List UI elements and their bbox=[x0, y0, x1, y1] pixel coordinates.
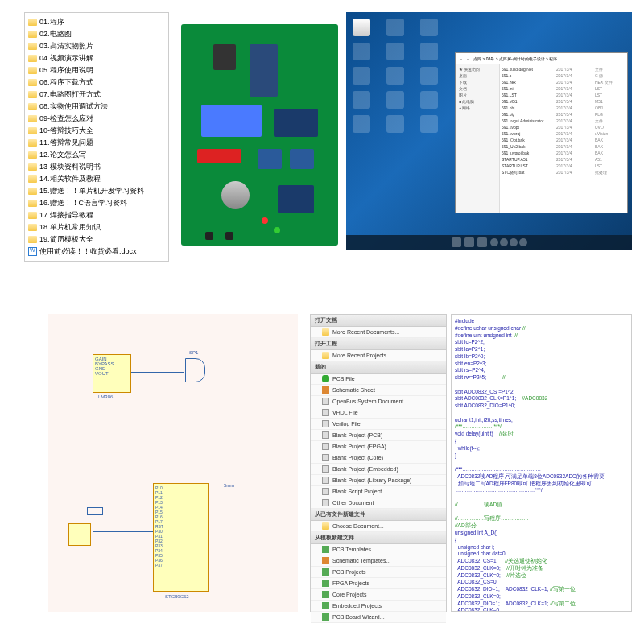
menu-item[interactable]: PCB Board Wizard... bbox=[311, 612, 446, 623]
menu-item[interactable]: VHDL File bbox=[311, 407, 446, 419]
file-row[interactable]: 591.plg2017/3/4PLG bbox=[502, 111, 625, 118]
folder-item[interactable]: 18.单片机常用知识 bbox=[28, 221, 165, 233]
menu-item[interactable]: Choose Document... bbox=[311, 521, 446, 532]
menu-item[interactable]: PCB File bbox=[311, 374, 446, 385]
sidebar-item[interactable]: 文档 bbox=[457, 85, 497, 92]
media-stop-icon[interactable] bbox=[519, 238, 527, 246]
folder-item[interactable]: 15.赠送！！单片机开发学习资料 bbox=[28, 185, 165, 197]
blank-icon bbox=[322, 420, 329, 427]
folder-item[interactable]: 13-模块资料说明书 bbox=[28, 161, 165, 173]
recycle-bin-icon[interactable] bbox=[353, 19, 370, 36]
desktop-icon[interactable] bbox=[386, 19, 404, 36]
folder-item[interactable]: 05.程序使用说明 bbox=[28, 64, 165, 76]
doc-file-item[interactable]: 使用前必读！！收货必看.docx bbox=[28, 246, 165, 258]
menu-item[interactable]: Blank Project (Embedded) bbox=[311, 464, 446, 475]
file-row[interactable]: 591.ini2017/3/4LST bbox=[502, 85, 625, 92]
menu-item[interactable]: More Recent Documents... bbox=[311, 327, 446, 338]
folder-item[interactable]: 17.焊接指导教程 bbox=[28, 209, 165, 221]
folder-item[interactable]: 19.简历模板大全 bbox=[28, 233, 165, 246]
desktop-icon[interactable] bbox=[420, 91, 438, 109]
menu-item[interactable]: Schematic Sheet bbox=[311, 385, 446, 396]
menu-item[interactable]: Blank Project (PCB) bbox=[311, 430, 446, 441]
file-row[interactable]: 591.uvgui.Administrator2017/3/4文件 bbox=[502, 118, 625, 124]
desktop-icon[interactable] bbox=[386, 91, 404, 109]
windows-taskbar[interactable] bbox=[346, 235, 632, 250]
desktop-icon[interactable] bbox=[420, 43, 438, 60]
desktop-icon[interactable] bbox=[353, 67, 370, 85]
sidebar-item[interactable]: 下载 bbox=[457, 79, 497, 85]
file-row[interactable]: 591.obj2017/3/4OBJ bbox=[502, 105, 625, 111]
file-row[interactable]: 591.uvproj2017/3/4uVision bbox=[502, 130, 625, 137]
menu-item[interactable]: Core Projects bbox=[311, 589, 446, 601]
folder-item[interactable]: 02.电路图 bbox=[28, 28, 165, 40]
menu-item[interactable]: Blank Project (Core) bbox=[311, 452, 446, 464]
menu-item[interactable]: More Recent Projects... bbox=[311, 350, 446, 361]
desktop-icon[interactable] bbox=[353, 115, 370, 133]
menu-item[interactable]: PCB Templates... bbox=[311, 544, 446, 555]
sidebar-item[interactable]: ■ 此电脑 bbox=[457, 98, 497, 105]
file-row[interactable]: STC烧写.bat2017/3/4批处理 bbox=[502, 169, 625, 175]
folder-item[interactable]: 03.高清实物照片 bbox=[28, 40, 165, 52]
start-button[interactable] bbox=[452, 237, 461, 247]
sidebar-item[interactable]: ● 网络 bbox=[457, 105, 497, 111]
sidebar-item[interactable]: 桌面 bbox=[457, 72, 497, 79]
menu-item[interactable]: Other Document bbox=[311, 497, 446, 509]
file-row[interactable]: 591_Uv2.bak2017/3/4BAK bbox=[502, 143, 625, 150]
media-prev-icon[interactable] bbox=[490, 238, 498, 246]
file-explorer-window[interactable]: ← → 点阵 > 08号 > 点阵屏-倒计时的电子设计 > 程序 ★ 快速访问桌… bbox=[455, 52, 628, 213]
desktop-icon[interactable] bbox=[420, 19, 438, 36]
file-row[interactable]: 591.c2017/3/4C 源 bbox=[502, 72, 625, 79]
file-row[interactable]: 591.M512017/3/4M51 bbox=[502, 98, 625, 105]
folder-item[interactable]: 08.实物使用调试方法 bbox=[28, 101, 165, 113]
menu-item[interactable]: Blank Script Project bbox=[311, 486, 446, 497]
menu-item[interactable]: Verilog File bbox=[311, 419, 446, 430]
desktop-icon[interactable] bbox=[420, 115, 438, 133]
file-row[interactable]: 591_uvproj.bak2017/3/4BAK bbox=[502, 150, 625, 156]
file-row[interactable]: 591.hex2017/3/4HEX 文件 bbox=[502, 79, 625, 85]
folder-item[interactable]: 04.视频演示讲解 bbox=[28, 52, 165, 64]
file-row[interactable]: 591.LST2017/3/4LST bbox=[502, 92, 625, 98]
file-row[interactable]: 591.uvopt2017/3/4UVO bbox=[502, 124, 625, 130]
menu-item[interactable]: Blank Project (Library Package) bbox=[311, 475, 446, 486]
folder-item[interactable]: 09-检查怎么应对 bbox=[28, 113, 165, 125]
folder-item[interactable]: 07.电路图打开方式 bbox=[28, 89, 165, 101]
file-row[interactable]: 591_Opt.bak2017/3/4BAK bbox=[502, 137, 625, 143]
folder-item[interactable]: 12.论文怎么写 bbox=[28, 149, 165, 161]
file-row[interactable]: STARTUP.LST2017/3/4LST bbox=[502, 163, 625, 169]
menu-item[interactable]: FPGA Projects bbox=[311, 578, 446, 589]
breadcrumb[interactable]: 点阵 > 08号 > 点阵屏-倒计时的电子设计 > 程序 bbox=[473, 56, 624, 61]
back-icon[interactable]: ← bbox=[459, 56, 463, 61]
sidebar-item[interactable]: 图片 bbox=[457, 92, 497, 98]
sidebar-item[interactable]: ★ 快速访问 bbox=[457, 66, 497, 72]
menu-item[interactable]: Embedded Projects bbox=[311, 601, 446, 612]
menu-section-header: 新的 bbox=[311, 361, 446, 374]
desktop-icon[interactable] bbox=[386, 115, 404, 133]
media-play-icon[interactable] bbox=[500, 238, 508, 246]
desktop-icon[interactable] bbox=[386, 67, 404, 85]
menu-item[interactable]: Blank Project (FPGA) bbox=[311, 441, 446, 452]
file-date: 2017/3/4 bbox=[556, 105, 592, 110]
folder-item[interactable]: 11.答辩常见问题 bbox=[28, 137, 165, 149]
folder-item[interactable]: 01.程序 bbox=[28, 16, 165, 28]
folder-label: 05.程序使用说明 bbox=[39, 65, 93, 76]
taskbar-icon[interactable] bbox=[477, 237, 487, 247]
folder-item[interactable]: 10-答辩技巧大全 bbox=[28, 125, 165, 137]
folder-label: 08.实物使用调试方法 bbox=[39, 101, 108, 112]
file-date: 2017/3/4 bbox=[556, 125, 592, 130]
taskbar-icon[interactable] bbox=[464, 237, 474, 247]
desktop-icon[interactable] bbox=[353, 91, 370, 109]
folder-item[interactable]: 06.程序下载方式 bbox=[28, 76, 165, 89]
menu-item[interactable]: Schematic Templates... bbox=[311, 555, 446, 567]
forward-icon[interactable]: → bbox=[466, 56, 470, 61]
menu-item[interactable]: PCB Projects bbox=[311, 567, 446, 578]
file-row[interactable]: 591.kuild.dog Net2017/3/4文件 bbox=[502, 66, 625, 72]
desktop-icon[interactable] bbox=[420, 67, 438, 85]
folder-item[interactable]: 16.赠送！！C语言学习资料 bbox=[28, 197, 165, 209]
menu-item[interactable]: OpenBus System Document bbox=[311, 396, 446, 407]
desktop-icon[interactable] bbox=[386, 43, 404, 60]
file-row[interactable]: STARTUP.A512017/3/4A51 bbox=[502, 156, 625, 163]
desktop-icon[interactable] bbox=[353, 43, 370, 60]
folder-item[interactable]: 14.相关软件及教程 bbox=[28, 173, 165, 185]
code-line: sbit ADC0832_DIO=P1^0; bbox=[455, 402, 628, 410]
media-next-icon[interactable] bbox=[510, 238, 518, 246]
